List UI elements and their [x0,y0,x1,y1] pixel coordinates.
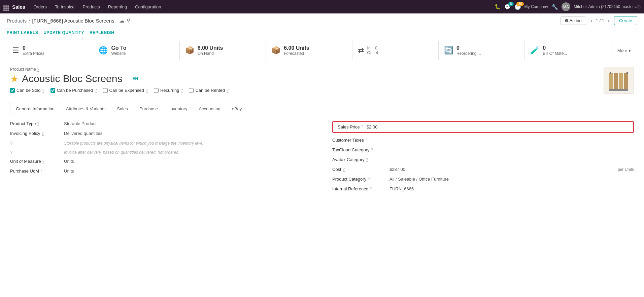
tabs: General Information Attributes & Variant… [10,103,634,114]
product-name-help[interactable]: ? [37,67,39,72]
can-be-purchased-help[interactable]: ? [95,88,97,92]
apps-icon[interactable] [3,3,9,11]
can-be-purchased-field[interactable]: Can be Purchased ? [50,88,97,93]
invoicing-policy-help[interactable]: ? [42,131,44,136]
purchase-uom-help[interactable]: ? [40,169,42,173]
go-to-website-button[interactable]: 🌐 Go To Website [93,41,179,60]
product-type-field: Product Type ? Storable Product [10,121,312,126]
internal-ref-help[interactable]: ? [370,187,372,191]
unit-of-measure-help[interactable]: ? [42,159,44,163]
cost-help[interactable]: ? [343,167,345,172]
can-be-rented-field[interactable]: Can be Rented ? [189,88,229,93]
breadcrumb-current: [FURN_6666] Acoustic Bloc Screens [32,18,114,24]
on-hand-label: On Hand [198,51,223,56]
product-image[interactable] [604,67,634,94]
update-quantity-button[interactable]: UPDATE QUANTITY [43,30,84,35]
forecast-icon: 📦 [271,46,280,55]
cloud-upload-icon[interactable]: ☁ [119,17,125,24]
hint2-row: ? Invoice after delivery, based on quant… [10,150,312,155]
recurring-help[interactable]: ? [181,88,183,92]
extra-prices-button[interactable]: ☰ 0 Extra Prices [7,41,93,60]
print-labels-button[interactable]: PRINT LABELS [7,30,38,35]
nav-item-to-invoice[interactable]: To Invoice [52,4,78,9]
purchase-uom-value[interactable]: Units [64,169,74,174]
nav-item-configuration[interactable]: Configuration [132,4,164,9]
settings-icon[interactable]: 🔧 [551,4,558,10]
sales-price-help[interactable]: ? [361,125,363,129]
list-icon: ☰ [12,46,19,55]
nav-item-reporting[interactable]: Reporting [105,4,130,9]
pager-next[interactable]: › [606,17,611,24]
product-category-field: Product Category ? All / Saleable / Offi… [332,177,634,182]
replenish-button[interactable]: REPLENISH [90,30,114,35]
nav-item-orders[interactable]: Orders [30,4,50,9]
tab-purchase[interactable]: Purchase [134,103,164,114]
activity-icon[interactable]: 🕐38 [514,4,521,10]
units-on-hand-button[interactable]: 📦 6.00 Units On Hand [180,41,266,60]
cost-value[interactable]: $287.00 [389,167,614,172]
recurring-field[interactable]: Recurring ? [154,88,183,93]
product-type-help[interactable]: ? [37,121,39,126]
tab-general-information[interactable]: General Information [10,103,60,114]
nav-item-products[interactable]: Products [79,4,103,9]
product-name-section: Product Name ? ★ Acoustic Bloc Screens E… [10,67,597,98]
reordering-button[interactable]: 🔄 0 Reordering ... [439,41,525,60]
product-category-help[interactable]: ? [368,177,370,181]
hint1-q[interactable]: ? [10,141,64,146]
tab-sales[interactable]: Sales [111,103,134,114]
pager-prev[interactable]: ‹ [589,17,594,24]
customer-taxes-help[interactable]: ? [365,138,367,142]
recurring-checkbox[interactable] [154,88,159,93]
svg-rect-0 [609,73,613,90]
forecasted-count: 6.00 Units [284,45,309,51]
chat-icon[interactable]: 💬8 [504,4,511,10]
breadcrumb-parent[interactable]: Products [7,18,27,24]
more-button[interactable]: More ▾ [611,41,637,60]
avatar[interactable]: MA [562,2,570,11]
can-be-sold-field[interactable]: Can be Sold ? [10,88,44,93]
hint2-q[interactable]: ? [10,150,64,155]
svg-rect-5 [610,72,611,74]
tab-accounting[interactable]: Accounting [193,103,226,114]
tab-inventory[interactable]: Inventory [164,103,193,114]
breadcrumb: Products / [FURN_6666] Acoustic Bloc Scr… [7,17,131,24]
can-be-purchased-checkbox[interactable] [50,88,55,93]
svg-rect-1 [614,73,618,90]
bug-icon[interactable]: 🐛 [495,4,501,10]
unit-of-measure-value[interactable]: Units [64,159,74,164]
tab-attributes-variants[interactable]: Attributes & Variants [60,103,111,114]
forecasted-label: Forecasted [284,51,309,56]
svg-rect-6 [626,72,628,74]
bom-button[interactable]: 🧪 0 Bill Of Mate... [525,41,611,60]
product-type-value[interactable]: Storable Product [64,121,97,126]
language-badge[interactable]: EN [132,76,138,81]
can-be-rented-help[interactable]: ? [227,88,229,92]
units-forecasted-button[interactable]: 📦 6.00 Units Forecasted [266,41,352,60]
sales-price-box: Sales Price ? $2.00 [332,121,634,133]
favorite-star-icon[interactable]: ★ [10,73,19,84]
can-be-expensed-help[interactable]: ? [146,88,148,92]
tab-ebay[interactable]: eBay [226,103,248,114]
sales-price-value[interactable]: $2.00 [367,124,378,129]
create-button[interactable]: Create [614,16,637,25]
in-count: In: 0 [367,46,378,50]
invoicing-policy-value[interactable]: Delivered quantities [64,131,102,136]
can-be-sold-help[interactable]: ? [42,88,44,92]
nav-brand[interactable]: Sales [12,4,25,10]
tab-content-general: Product Type ? Storable Product Invoicin… [10,114,634,203]
can-be-expensed-checkbox[interactable] [103,88,108,93]
breadcrumb-separator: / [29,18,30,24]
taxcloud-help[interactable]: ? [371,148,373,152]
product-category-value[interactable]: All / Saleable / Office Furniture [389,177,634,182]
avatax-help[interactable]: ? [366,157,368,162]
reorder-icon: 🔄 [444,46,453,55]
can-be-sold-checkbox[interactable] [10,88,15,93]
out-count: Out: 4 [367,50,378,55]
customer-taxes-field: Customer Taxes ? [332,138,634,143]
svg-rect-2 [619,73,623,90]
refresh-icon[interactable]: ↺ [127,17,131,24]
can-be-rented-checkbox[interactable] [189,88,194,93]
action-button[interactable]: ⚙ Action [560,16,586,25]
in-out-button[interactable]: ⇄ In: 0 Out: 4 [352,41,439,60]
can-be-expensed-field[interactable]: Can be Expensed ? [103,88,148,93]
